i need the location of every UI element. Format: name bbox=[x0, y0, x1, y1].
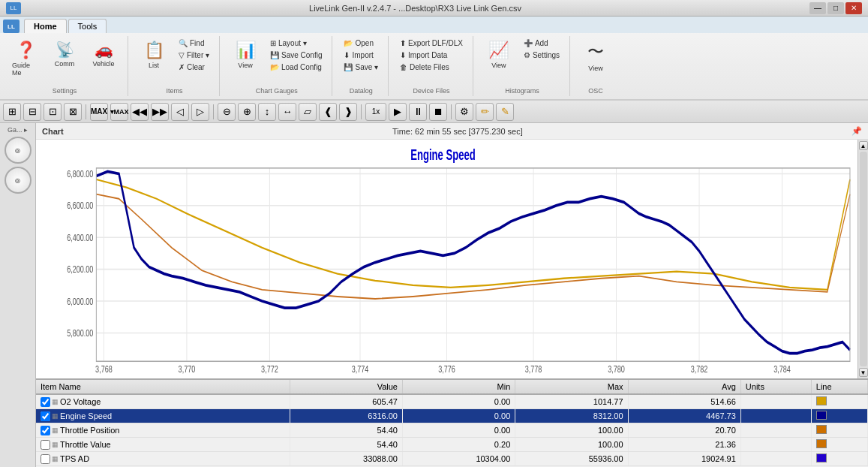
import-icon: ⬇ bbox=[344, 51, 350, 59]
find-button[interactable]: 🔍 Find bbox=[175, 38, 213, 49]
toolbar-btn-15[interactable]: ✏ bbox=[476, 103, 494, 121]
data-table-container[interactable]: Item Name Value Min Max Avg Units Line ▦… bbox=[36, 378, 868, 467]
table-row[interactable]: ▦ Engine Speed 6316.00 0.00 8312.00 4467… bbox=[36, 409, 868, 423]
toolbar-btn-6[interactable]: ▶▶ bbox=[151, 103, 169, 121]
row-checkbox[interactable] bbox=[41, 397, 50, 407]
play-button[interactable]: ▶ bbox=[389, 103, 407, 121]
playback-speed-btn[interactable]: 1x bbox=[365, 103, 386, 121]
toolbar-btn-7[interactable]: ◁ bbox=[171, 103, 189, 121]
histograms-group-label: Histograms bbox=[505, 86, 539, 95]
toolbar-btn-13[interactable]: ❱ bbox=[339, 103, 357, 121]
save-label: Save ▾ bbox=[355, 63, 378, 71]
row-checkbox[interactable] bbox=[41, 426, 50, 435]
items-group-label: Items bbox=[166, 86, 182, 95]
chart-time-label: Time: 62 min 55 sec [3775.230 sec] bbox=[392, 127, 523, 136]
toolbar-btn-1[interactable]: ⊞ bbox=[3, 103, 21, 121]
cell-min: 10304.00 bbox=[402, 452, 515, 466]
vehicle-label: Vehicle bbox=[92, 60, 114, 68]
toolbar-btn-16[interactable]: ✎ bbox=[496, 103, 514, 121]
list-button[interactable]: 📋 List bbox=[136, 38, 172, 83]
chart-pin-icon: 📌 bbox=[851, 126, 862, 136]
maximize-button[interactable]: □ bbox=[827, 2, 844, 14]
vehicle-button[interactable]: 🚗 Vehicle bbox=[86, 38, 122, 83]
clear-label: Clear bbox=[187, 63, 205, 71]
toolbar-btn-2[interactable]: ⊟ bbox=[23, 103, 41, 121]
close-button[interactable]: ✕ bbox=[845, 2, 862, 14]
table-body: ▦ O2 Voltage 605.47 0.00 1014.77 514.66 … bbox=[36, 394, 868, 466]
toolbar-btn-10[interactable]: ↔ bbox=[278, 103, 296, 121]
col-header-avg: Avg bbox=[628, 380, 740, 394]
tab-tools[interactable]: Tools bbox=[68, 19, 107, 33]
table-row[interactable]: ▦ O2 Voltage 605.47 0.00 1014.77 514.66 bbox=[36, 394, 868, 409]
line-color-swatch bbox=[816, 453, 827, 462]
device-files-col: ⬆ Export DLF/DLX ⬇ Import Data 🗑 Delete … bbox=[396, 38, 467, 73]
cell-value: 54.40 bbox=[290, 423, 402, 438]
toolbar-btn-14[interactable]: ⚙ bbox=[455, 103, 473, 121]
chart-view-button[interactable]: 📊 View bbox=[227, 38, 263, 83]
stop-button[interactable]: ⏹ bbox=[429, 103, 447, 121]
table-row[interactable]: ▦ Throttle Value 54.40 0.20 100.00 21.36 bbox=[36, 438, 868, 452]
settings-items: ❓ Guide Me 📡 Comm 🚗 Vehicle bbox=[8, 38, 122, 86]
add-histogram-button[interactable]: ➕ Add bbox=[520, 38, 563, 49]
import-data-button[interactable]: ⬇ Import Data bbox=[396, 50, 467, 61]
load-config-icon: 📂 bbox=[270, 63, 279, 71]
zoom-out-button[interactable]: ⊖ bbox=[218, 103, 236, 121]
minimize-button[interactable]: — bbox=[809, 2, 826, 14]
scroll-down-button[interactable]: ▼ bbox=[859, 368, 868, 377]
chart-main: Engine Speed 6,800.00 6,600.00 6,400.00 … bbox=[36, 140, 857, 378]
toolbar-btn-12[interactable]: ❰ bbox=[319, 103, 337, 121]
svg-text:3,782: 3,782 bbox=[691, 364, 708, 375]
toolbar-min-btn[interactable]: ▾MAX bbox=[110, 103, 128, 121]
cell-min: 0.20 bbox=[402, 438, 515, 452]
svg-text:3,772: 3,772 bbox=[261, 364, 278, 375]
open-button[interactable]: 📂 Open bbox=[340, 38, 382, 49]
histogram-settings-button[interactable]: ⚙ Settings bbox=[520, 50, 563, 61]
guide-me-button[interactable]: ❓ Guide Me bbox=[8, 38, 44, 83]
save-button[interactable]: 💾 Save ▾ bbox=[340, 62, 382, 73]
toolbar-btn-8[interactable]: ▷ bbox=[191, 103, 209, 121]
filter-button[interactable]: ▽ Filter ▾ bbox=[175, 50, 213, 61]
chart-svg[interactable]: Engine Speed 6,800.00 6,600.00 6,400.00 … bbox=[36, 140, 857, 378]
osc-view-button[interactable]: 〜 View bbox=[578, 38, 614, 83]
titlebar: LL LiveLink Gen-II v.2.4.7 - ...Desktop\… bbox=[0, 0, 868, 17]
save-icon: 💾 bbox=[344, 63, 353, 71]
import-button[interactable]: ⬇ Import bbox=[340, 50, 382, 61]
toolbar-btn-11[interactable]: ▱ bbox=[299, 103, 317, 121]
toolbar-max-btn[interactable]: MAX bbox=[90, 103, 108, 121]
cell-units bbox=[740, 423, 811, 438]
device-files-group-label: Device Files bbox=[413, 86, 449, 95]
gauge-item-1[interactable]: ◎ bbox=[5, 137, 32, 164]
toolbar-btn-4[interactable]: ⊠ bbox=[64, 103, 82, 121]
toolbar-btn-3[interactable]: ⊡ bbox=[44, 103, 62, 121]
layout-button[interactable]: ⊞ Layout ▾ bbox=[266, 38, 326, 49]
pause-button[interactable]: ⏸ bbox=[409, 103, 427, 121]
table-row[interactable]: ▦ Throttle Position 54.40 0.00 100.00 20… bbox=[36, 423, 868, 438]
clear-button[interactable]: ✗ Clear bbox=[175, 62, 213, 73]
ribbon-group-chart: 📊 View ⊞ Layout ▾ 💾 Save Config 📂 Load C… bbox=[224, 36, 332, 96]
toolbar-btn-5[interactable]: ◀◀ bbox=[131, 103, 149, 121]
osc-view-icon: 〜 bbox=[587, 41, 604, 63]
filter-label: Filter ▾ bbox=[187, 51, 209, 59]
comm-button[interactable]: 📡 Comm bbox=[47, 38, 83, 83]
row-checkbox[interactable] bbox=[41, 411, 50, 421]
delete-files-label: Delete Files bbox=[410, 63, 449, 71]
tab-home[interactable]: Home bbox=[24, 19, 67, 33]
export-dlf-button[interactable]: ⬆ Export DLF/DLX bbox=[396, 38, 467, 49]
osc-view-label: View bbox=[588, 65, 602, 72]
table-row[interactable]: ▦ TPS AD 33088.00 10304.00 55936.00 1902… bbox=[36, 452, 868, 466]
load-config-button[interactable]: 📂 Load Config bbox=[266, 62, 326, 73]
histogram-view-button[interactable]: 📈 View bbox=[481, 38, 517, 83]
toolbar-btn-9[interactable]: ↕ bbox=[258, 103, 276, 121]
cell-units bbox=[740, 394, 811, 409]
import-data-label: Import Data bbox=[408, 51, 447, 59]
save-config-button[interactable]: 💾 Save Config bbox=[266, 50, 326, 61]
delete-files-button[interactable]: 🗑 Delete Files bbox=[396, 62, 467, 73]
gauge-item-2[interactable]: ◎ bbox=[5, 167, 32, 194]
list-label: List bbox=[149, 62, 159, 69]
scroll-up-button[interactable]: ▲ bbox=[859, 141, 868, 150]
zoom-in-button[interactable]: ⊕ bbox=[238, 103, 256, 121]
row-checkbox[interactable] bbox=[41, 454, 50, 464]
row-checkbox[interactable] bbox=[41, 440, 50, 450]
scroll-track[interactable] bbox=[860, 152, 867, 366]
toolbar-sep-3 bbox=[361, 104, 362, 119]
